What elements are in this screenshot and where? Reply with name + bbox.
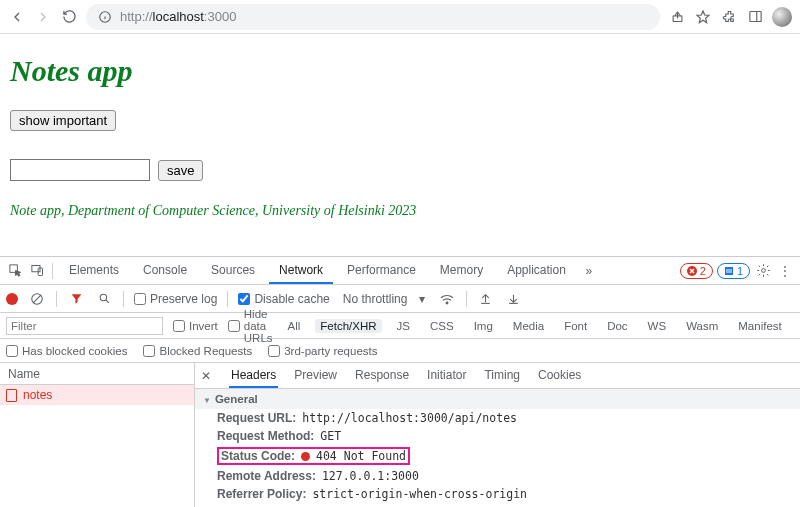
page-footer: Note app, Department of Computer Science…: [10, 203, 790, 219]
tab-network[interactable]: Network: [269, 257, 333, 284]
request-row-notes[interactable]: notes: [0, 385, 194, 405]
tab-performance[interactable]: Performance: [337, 257, 426, 284]
share-icon[interactable]: [668, 8, 686, 26]
svg-rect-6: [749, 12, 760, 22]
bookmark-star-icon[interactable]: [694, 8, 712, 26]
ftype-wasm[interactable]: Wasm: [681, 319, 723, 333]
browser-toolbar: http://localhost:3000: [0, 0, 800, 34]
error-count-badge[interactable]: 2: [680, 263, 713, 279]
preserve-log-checkbox[interactable]: Preserve log: [134, 292, 217, 306]
chevron-down-icon: ▾: [419, 292, 425, 306]
tab-console[interactable]: Console: [133, 257, 197, 284]
detail-tab-headers[interactable]: Headers: [229, 363, 278, 388]
download-har-icon[interactable]: [505, 290, 523, 308]
svg-point-20: [100, 294, 107, 301]
request-list: Name notes: [0, 363, 195, 507]
site-info-icon[interactable]: [96, 8, 114, 26]
tab-elements[interactable]: Elements: [59, 257, 129, 284]
blocked-requests-checkbox[interactable]: Blocked Requests: [143, 345, 252, 357]
tab-sources[interactable]: Sources: [201, 257, 265, 284]
divider: [56, 291, 57, 307]
address-bar[interactable]: http://localhost:3000: [86, 4, 660, 30]
detail-tab-preview[interactable]: Preview: [292, 363, 339, 388]
divider: [52, 263, 53, 279]
svg-rect-14: [725, 267, 733, 275]
settings-gear-icon[interactable]: [754, 262, 772, 280]
general-section-header[interactable]: General: [195, 389, 800, 409]
network-body: Name notes ✕ Headers Preview Response In…: [0, 363, 800, 507]
kv-request-method: Request Method:GET: [195, 427, 800, 445]
ftype-manifest[interactable]: Manifest: [733, 319, 786, 333]
back-button[interactable]: [8, 8, 26, 26]
profile-avatar[interactable]: [772, 7, 792, 27]
detail-tab-timing[interactable]: Timing: [482, 363, 522, 388]
svg-rect-9: [31, 266, 39, 272]
divider: [123, 291, 124, 307]
issues-count-badge[interactable]: 1: [717, 263, 750, 279]
show-important-button[interactable]: show important: [10, 110, 116, 131]
divider: [227, 291, 228, 307]
detail-tab-cookies[interactable]: Cookies: [536, 363, 583, 388]
kv-status-code: Status Code: 404 Not Found: [195, 445, 800, 467]
filter-input[interactable]: [6, 317, 163, 335]
disable-cache-checkbox[interactable]: Disable cache: [238, 292, 329, 306]
network-toolbar: Preserve log Disable cache No throttling…: [0, 285, 800, 313]
ftype-doc[interactable]: Doc: [602, 319, 632, 333]
throttling-select[interactable]: No throttling ▾: [340, 291, 428, 307]
ftype-all[interactable]: All: [283, 319, 306, 333]
url-text: http://localhost:3000: [120, 9, 236, 24]
status-highlight: Status Code: 404 Not Found: [217, 447, 410, 465]
kv-remote-address: Remote Address:127.0.0.1:3000: [195, 467, 800, 485]
side-panel-icon[interactable]: [746, 8, 764, 26]
inspect-icon[interactable]: [6, 262, 24, 280]
wifi-icon[interactable]: [438, 290, 456, 308]
ftype-media[interactable]: Media: [508, 319, 549, 333]
detail-tab-response[interactable]: Response: [353, 363, 411, 388]
kv-request-url: Request URL:http://localhost:3000/api/no…: [195, 409, 800, 427]
devtools-tabs: Elements Console Sources Network Perform…: [0, 257, 800, 285]
svg-point-22: [446, 302, 448, 304]
name-column-header[interactable]: Name: [0, 363, 194, 385]
file-icon: [6, 389, 17, 402]
ftype-css[interactable]: CSS: [425, 319, 459, 333]
kv-referrer-policy: Referrer Policy:strict-origin-when-cross…: [195, 485, 800, 503]
note-input[interactable]: [10, 159, 150, 181]
page-title: Notes app: [10, 54, 790, 88]
third-party-checkbox[interactable]: 3rd-party requests: [268, 345, 377, 357]
tab-application[interactable]: Application: [497, 257, 576, 284]
close-icon[interactable]: ✕: [201, 369, 215, 383]
reload-button[interactable]: [60, 8, 78, 26]
more-vert-icon[interactable]: ⋮: [776, 262, 794, 280]
devtools-panel: Elements Console Sources Network Perform…: [0, 256, 800, 507]
ftype-fetch-xhr[interactable]: Fetch/XHR: [315, 319, 381, 333]
note-form: save: [10, 159, 790, 181]
ftype-img[interactable]: Img: [469, 319, 498, 333]
divider: [466, 291, 467, 307]
ftype-ws[interactable]: WS: [643, 319, 672, 333]
hide-data-urls-checkbox[interactable]: Hide data URLs: [228, 308, 273, 344]
device-toggle-icon[interactable]: [28, 262, 46, 280]
detail-tabs: ✕ Headers Preview Response Initiator Tim…: [195, 363, 800, 389]
upload-har-icon[interactable]: [477, 290, 495, 308]
clear-icon[interactable]: [28, 290, 46, 308]
filter-funnel-icon[interactable]: [67, 290, 85, 308]
forward-button[interactable]: [34, 8, 52, 26]
network-filter-row-2: Has blocked cookies Blocked Requests 3rd…: [0, 339, 800, 363]
tab-memory[interactable]: Memory: [430, 257, 493, 284]
svg-line-19: [33, 294, 41, 302]
has-blocked-cookies-checkbox[interactable]: Has blocked cookies: [6, 345, 127, 357]
status-dot-icon: [301, 452, 310, 461]
record-button[interactable]: [6, 293, 18, 305]
page-content: Notes app show important save Note app, …: [0, 34, 800, 237]
ftype-js[interactable]: JS: [392, 319, 415, 333]
save-button[interactable]: save: [158, 160, 203, 181]
search-icon[interactable]: [95, 290, 113, 308]
request-name: notes: [23, 388, 52, 402]
network-filter-row: Invert Hide data URLs All Fetch/XHR JS C…: [0, 313, 800, 339]
svg-line-21: [106, 300, 109, 303]
ftype-font[interactable]: Font: [559, 319, 592, 333]
invert-checkbox[interactable]: Invert: [173, 320, 218, 332]
extensions-icon[interactable]: [720, 8, 738, 26]
detail-tab-initiator[interactable]: Initiator: [425, 363, 468, 388]
more-tabs-icon[interactable]: »: [580, 262, 598, 280]
